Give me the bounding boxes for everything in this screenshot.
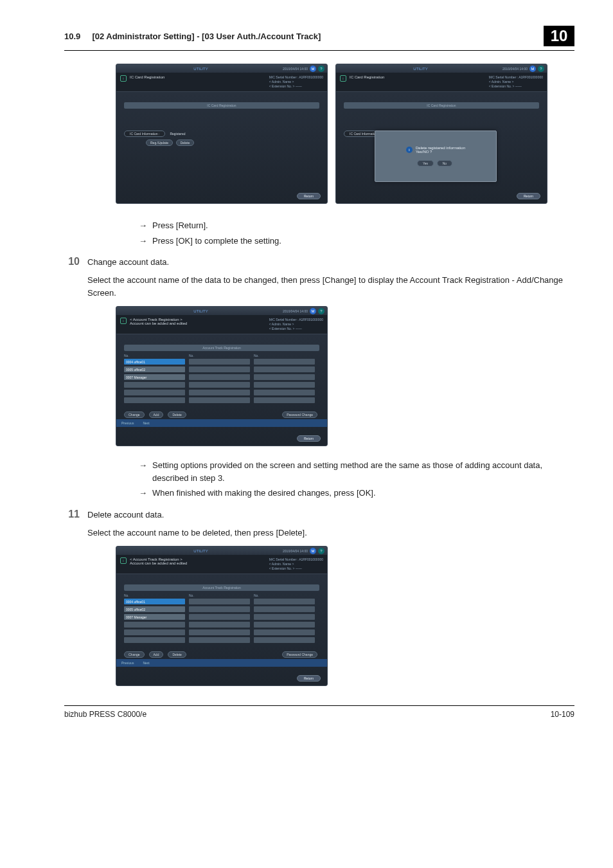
delete-button[interactable]: Delete bbox=[168, 411, 186, 418]
empty-slot bbox=[124, 397, 185, 403]
screenshot-ic-card-modal: UTILITY 2010/04/04 14:00 M ? i IC Card R… bbox=[335, 64, 547, 204]
account-item[interactable]: 0004 office01 bbox=[124, 359, 185, 365]
reg-update-button[interactable]: Reg./Update bbox=[146, 140, 173, 146]
return-button[interactable]: Return bbox=[297, 435, 321, 442]
info-icon: i bbox=[120, 557, 127, 564]
memory-icon: M bbox=[310, 308, 316, 314]
step-number: 11 bbox=[64, 509, 87, 539]
step-description: Select the account name to be deleted, t… bbox=[87, 527, 574, 539]
account-item[interactable]: 0007 Manager bbox=[124, 374, 185, 380]
help-icon: ? bbox=[318, 308, 324, 314]
product-label: bizhub PRESS C8000/e bbox=[64, 710, 147, 719]
password-change-button[interactable]: Password Change bbox=[282, 411, 317, 418]
screen-title: IC Card Registration bbox=[130, 75, 269, 89]
return-button[interactable]: Return bbox=[297, 675, 321, 682]
next-button[interactable]: Next bbox=[143, 421, 149, 425]
yes-button[interactable]: Yes bbox=[417, 160, 434, 167]
page-header: 10.9 [02 Administrator Setting] - [03 Us… bbox=[64, 32, 536, 41]
panel-heading: IC Card Registration bbox=[124, 102, 319, 109]
change-button[interactable]: Change bbox=[124, 411, 145, 418]
step-description: Select the account name of the data to b… bbox=[87, 274, 574, 300]
delete-button[interactable]: Delete bbox=[168, 651, 186, 658]
page-number: 10-109 bbox=[551, 710, 574, 719]
arrow-icon: → bbox=[139, 235, 147, 248]
info-icon: i bbox=[120, 318, 127, 324]
confirm-delete-dialog: i Delete registered information Yes/NO ?… bbox=[375, 131, 497, 182]
memory-icon: M bbox=[529, 66, 536, 72]
screen-title: < Account Track Registration > Account c… bbox=[130, 318, 269, 331]
empty-slot bbox=[124, 390, 185, 395]
instruction-text: Setting options provided on the screen a… bbox=[152, 459, 574, 484]
return-button[interactable]: Return bbox=[517, 193, 540, 199]
account-item[interactable]: 0004 office01 bbox=[124, 599, 185, 604]
help-icon: ? bbox=[318, 66, 324, 72]
step-heading: Delete account data. bbox=[87, 509, 574, 521]
add-button[interactable]: Add bbox=[149, 651, 164, 658]
screenshot-ic-card: UTILITY 2010/04/04 14:00 M ? i IC Card R… bbox=[116, 64, 328, 204]
change-button[interactable]: Change bbox=[124, 651, 145, 658]
arrow-icon: → bbox=[139, 487, 147, 500]
no-button[interactable]: No bbox=[437, 160, 452, 167]
previous-button[interactable]: Previous bbox=[121, 661, 134, 665]
password-change-button[interactable]: Password Change bbox=[282, 651, 317, 658]
info-icon: i bbox=[120, 75, 127, 82]
info-icon: i bbox=[340, 75, 346, 82]
section-title: [02 Administrator Setting] - [03 User Au… bbox=[92, 32, 321, 41]
info-icon: i bbox=[406, 147, 413, 153]
ic-card-info-label: IC Card Information : bbox=[124, 131, 165, 137]
step-heading: Change account data. bbox=[87, 256, 574, 269]
arrow-icon: → bbox=[139, 459, 147, 472]
screenshot-account-track-change: UTILITY 2010/04/04 14:00 M ? i < Account… bbox=[116, 306, 328, 446]
account-item[interactable]: 0005 office02 bbox=[124, 366, 185, 372]
previous-button[interactable]: Previous bbox=[121, 421, 134, 425]
add-button[interactable]: Add bbox=[149, 411, 164, 418]
help-icon: ? bbox=[538, 66, 544, 72]
utility-label: UTILITY bbox=[119, 67, 283, 71]
delete-button[interactable]: Delete bbox=[176, 140, 194, 146]
next-button[interactable]: Next bbox=[143, 661, 149, 665]
header-rule bbox=[64, 50, 574, 51]
account-item[interactable]: 0007 Manager bbox=[124, 614, 185, 620]
device-meta: M/C Serial Number : A1RF001000000 < Admi… bbox=[269, 75, 323, 89]
chapter-badge: 10 bbox=[544, 26, 574, 46]
step-number: 10 bbox=[64, 256, 87, 300]
help-icon: ? bbox=[318, 548, 324, 554]
timestamp: 2010/04/04 14:00 bbox=[283, 67, 308, 71]
instruction-text: When finished with making the desired ch… bbox=[152, 487, 376, 500]
ic-card-status: Registered bbox=[170, 132, 185, 136]
memory-icon: M bbox=[310, 66, 316, 72]
screenshot-account-track-delete: UTILITY 2010/04/04 14:00 M ? i < Account… bbox=[116, 546, 328, 686]
dialog-message: i Delete registered information Yes/NO ? bbox=[406, 146, 465, 154]
memory-icon: M bbox=[310, 548, 316, 554]
instruction-text: Press [Return]. bbox=[152, 219, 208, 232]
return-button[interactable]: Return bbox=[297, 193, 321, 199]
account-item[interactable]: 0005 office02 bbox=[124, 606, 185, 612]
section-number: 10.9 bbox=[64, 32, 80, 41]
instruction-text: Press [OK] to complete the setting. bbox=[152, 235, 281, 248]
arrow-icon: → bbox=[139, 219, 147, 232]
empty-slot bbox=[124, 382, 185, 388]
